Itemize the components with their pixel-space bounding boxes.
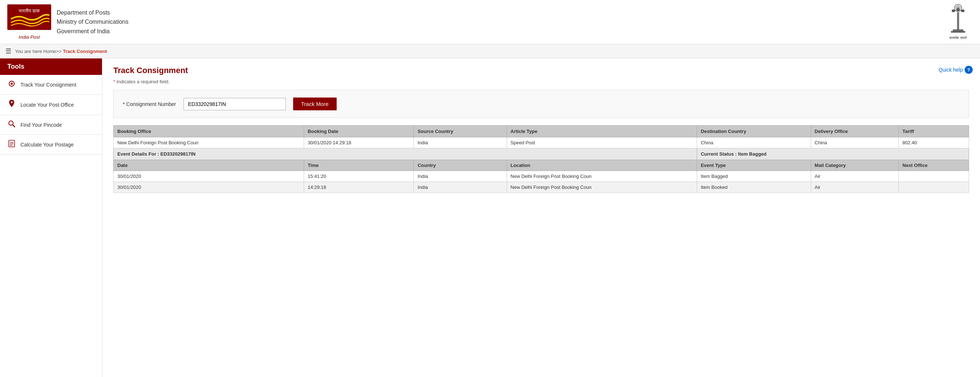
- track-more-button[interactable]: Track More: [293, 98, 337, 110]
- dept-line3: Government of India: [57, 27, 129, 36]
- sidebar-item-locate-label: Locate Your Post Office: [21, 102, 74, 108]
- tariff-cell: 802.40: [899, 137, 969, 148]
- booking-date-cell: 30/01/2020 14:29:18: [304, 137, 414, 148]
- event-headers-row: Date Time Country Location Event Type Ma…: [114, 160, 969, 171]
- col-article-type: Article Type: [507, 126, 697, 137]
- sidebar-item-pincode-label: Find Your Pincode: [21, 122, 62, 128]
- svg-line-17: [13, 125, 15, 127]
- col-booking-date: Booking Date: [304, 126, 414, 137]
- event1-location: New Delhi Foreign Post Booking Coun: [507, 171, 697, 182]
- dept-line1: Department of Posts: [57, 8, 129, 17]
- event1-date: 30/01/2020: [114, 171, 304, 182]
- event-details-label-right: Current Status : Item Bagged: [697, 148, 969, 160]
- event1-time: 15:41:20: [304, 171, 414, 182]
- breadcrumb-current[interactable]: Track Consignment: [63, 49, 107, 54]
- booking-table-header-row: Booking Office Booking Date Source Count…: [114, 126, 969, 137]
- required-note-text: Indicates a required field.: [117, 79, 170, 84]
- article-type-cell: Speed Post: [507, 137, 697, 148]
- svg-point-8: [951, 10, 955, 13]
- col-tariff: Tariff: [899, 126, 969, 137]
- event-row-1: 30/01/2020 15:41:20 India New Delhi Fore…: [114, 171, 969, 182]
- quick-help-label: Quick help: [939, 67, 963, 73]
- col-time: Time: [304, 160, 414, 171]
- sidebar-title: Tools: [0, 59, 102, 75]
- col-delivery-office: Delivery Office: [811, 126, 899, 137]
- svg-rect-18: [9, 140, 14, 147]
- event1-type: Item Bagged: [697, 171, 811, 182]
- locate-postoffice-icon: [7, 100, 16, 109]
- breadcrumb-prefix: You are here Home>>: [15, 49, 63, 54]
- sidebar-item-track-label: Track Your Consignment: [21, 82, 76, 88]
- event-details-header-row: Event Details For : ED332029817IN Curren…: [114, 148, 969, 160]
- breadcrumb-bar: ☰ You are here Home>> Track Consignment: [0, 44, 980, 59]
- header-left: भारतीय डाक India Post Department of Post…: [7, 5, 129, 40]
- sidebar-item-track[interactable]: Track Your Consignment: [0, 75, 102, 95]
- svg-rect-12: [953, 29, 963, 31]
- event2-country: India: [414, 182, 507, 193]
- sidebar-item-locate[interactable]: Locate Your Post Office: [0, 95, 102, 115]
- col-country: Country: [414, 160, 507, 171]
- svg-point-15: [11, 82, 13, 85]
- satyameva-text: सत्यमेव जयते: [949, 36, 967, 40]
- col-booking-office: Booking Office: [114, 126, 304, 137]
- event1-next-office: [899, 171, 969, 182]
- destination-country-cell: China: [697, 137, 811, 148]
- event2-time: 14:29:18: [304, 182, 414, 193]
- sidebar-item-pincode[interactable]: Find Your Pincode: [0, 115, 102, 135]
- delivery-office-cell: China: [811, 137, 899, 148]
- main-layout: Tools Track Your Consignment Locate Your…: [0, 59, 980, 377]
- consignment-input[interactable]: [183, 98, 286, 110]
- dept-line2: Ministry of Communications: [57, 17, 129, 27]
- col-next-office: Next Office: [899, 160, 969, 171]
- svg-rect-11: [957, 12, 959, 30]
- required-star: *: [113, 79, 115, 84]
- event2-type: Item Booked: [697, 182, 811, 193]
- content-area: Quick help ? Track Consignment * Indicat…: [102, 59, 980, 377]
- svg-rect-13: [951, 31, 965, 33]
- booking-office-cell: New Delhi Foreign Post Booking Coun: [114, 137, 304, 148]
- track-form: * Consignment Number Track More: [113, 90, 969, 118]
- event-row-2: 30/01/2020 14:29:18 India New Delhi Fore…: [114, 182, 969, 193]
- consignment-field-label: * Consignment Number: [123, 101, 176, 107]
- svg-point-10: [956, 8, 960, 11]
- event2-next-office: [899, 182, 969, 193]
- event1-mail-category: Air: [811, 171, 899, 182]
- required-note: * Indicates a required field.: [113, 79, 969, 84]
- quick-help-icon: ?: [965, 66, 973, 74]
- booking-table: Booking Office Booking Date Source Count…: [113, 125, 969, 193]
- svg-point-9: [961, 10, 965, 13]
- sidebar: Tools Track Your Consignment Locate Your…: [0, 59, 102, 377]
- quick-help-link[interactable]: Quick help ?: [939, 66, 973, 74]
- hamburger-menu[interactable]: ☰: [5, 47, 11, 55]
- col-destination-country: Destination Country: [697, 126, 811, 137]
- ashoka-pillar: सत्यमेव जयते: [943, 4, 973, 40]
- india-post-logo: भारतीय डाक India Post: [7, 5, 51, 40]
- sidebar-item-postage[interactable]: Calculate Your Postage: [0, 135, 102, 155]
- dept-info: Department of Posts Ministry of Communic…: [57, 8, 129, 36]
- col-mail-category: Mail Category: [811, 160, 899, 171]
- col-event-type: Event Type: [697, 160, 811, 171]
- find-pincode-icon: [7, 120, 16, 129]
- svg-point-16: [9, 121, 13, 125]
- sidebar-item-postage-label: Calculate Your Postage: [21, 142, 74, 147]
- event-details-label-left: Event Details For : ED332029817IN: [114, 148, 697, 160]
- col-date: Date: [114, 160, 304, 171]
- event2-date: 30/01/2020: [114, 182, 304, 193]
- calculate-postage-icon: [7, 140, 16, 149]
- page-title: Track Consignment: [113, 66, 969, 75]
- event1-country: India: [414, 171, 507, 182]
- event2-location: New Delhi Foreign Post Booking Coun: [507, 182, 697, 193]
- breadcrumb: You are here Home>> Track Consignment: [15, 49, 107, 54]
- col-source-country: Source Country: [414, 126, 507, 137]
- booking-table-row: New Delhi Foreign Post Booking Coun 30/0…: [114, 137, 969, 148]
- svg-text:भारतीय डाक: भारतीय डाक: [19, 8, 40, 14]
- source-country-cell: India: [414, 137, 507, 148]
- india-post-label: India Post: [19, 34, 40, 40]
- header: भारतीय डाक India Post Department of Post…: [0, 0, 980, 44]
- event2-mail-category: Air: [811, 182, 899, 193]
- track-consignment-icon: [7, 80, 16, 89]
- col-location: Location: [507, 160, 697, 171]
